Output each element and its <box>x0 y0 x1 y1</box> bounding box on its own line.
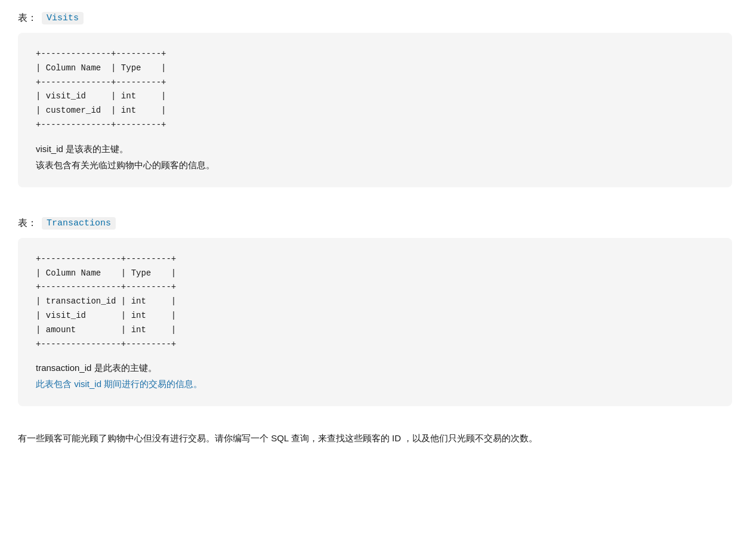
transactions-label-prefix: 表： <box>18 217 37 230</box>
transactions-schema-box: +----------------+---------+ | Column Na… <box>18 238 732 407</box>
transactions-schema-pre: +----------------+---------+ | Column Na… <box>36 252 714 352</box>
visits-schema-pre: +--------------+---------+ | Column Name… <box>36 47 714 132</box>
visits-label-prefix: 表： <box>18 12 37 24</box>
transactions-table-label: 表： Transactions <box>18 217 732 230</box>
footer-text: 有一些顾客可能光顾了购物中心但没有进行交易。请你编写一个 SQL 查询，来查找这… <box>18 430 732 446</box>
transactions-desc-line2: 此表包含 visit_id 期间进行的交易的信息。 <box>36 376 714 392</box>
transactions-table-name: Transactions <box>42 217 116 230</box>
visits-table-label: 表： Visits <box>18 12 732 24</box>
transactions-section: 表： Transactions +----------------+------… <box>18 217 732 407</box>
visits-description: visit_id 是该表的主键。 该表包含有关光临过购物中心的顾客的信息。 <box>36 141 714 173</box>
visits-desc-line1: visit_id 是该表的主键。 <box>36 141 714 157</box>
visits-table-name: Visits <box>42 12 84 24</box>
visits-schema-box: +--------------+---------+ | Column Name… <box>18 33 732 187</box>
visits-section: 表： Visits +--------------+---------+ | C… <box>18 12 732 187</box>
visits-desc-line2: 该表包含有关光临过购物中心的顾客的信息。 <box>36 157 714 173</box>
transactions-desc-line1: transaction_id 是此表的主键。 <box>36 360 714 376</box>
transactions-description: transaction_id 是此表的主键。 此表包含 visit_id 期间进… <box>36 360 714 392</box>
